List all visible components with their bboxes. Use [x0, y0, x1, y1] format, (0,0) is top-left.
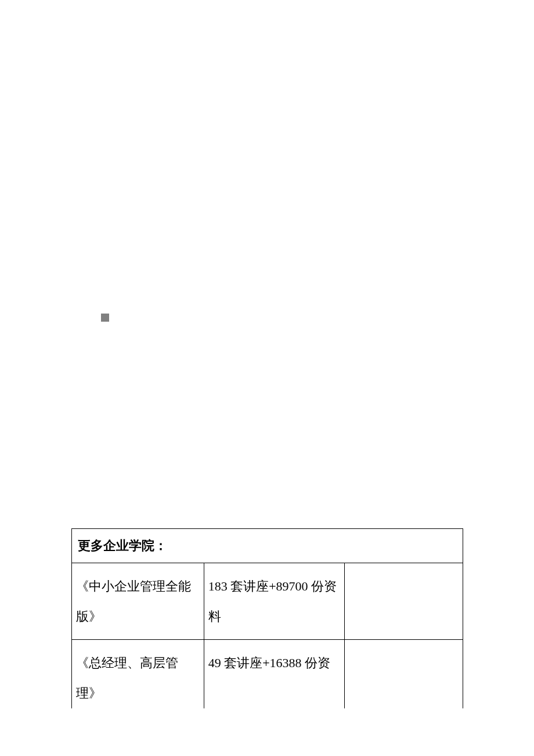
table-cell: 49 套讲座+16388 份资 [204, 640, 345, 708]
course-details: 49 套讲座+16388 份资 [204, 640, 345, 678]
table-cell [345, 640, 463, 708]
course-extra [345, 563, 463, 579]
courses-table: 更多企业学院： 《中小企业管理全能版》 183 套讲座+89700 份资料 《总… [71, 528, 463, 708]
courses-table-container: 更多企业学院： 《中小企业管理全能版》 183 套讲座+89700 份资料 《总… [71, 528, 463, 708]
table-cell: 《总经理、高层管理》 [72, 640, 204, 708]
course-name: 《总经理、高层管理》 [72, 640, 204, 708]
table-row: 《中小企业管理全能版》 183 套讲座+89700 份资料 [72, 563, 463, 640]
course-name: 《中小企业管理全能版》 [72, 563, 204, 639]
table-header-text: 更多企业学院： [78, 538, 167, 553]
course-details: 183 套讲座+89700 份资料 [204, 563, 345, 639]
table-cell [345, 563, 463, 640]
course-extra [345, 640, 463, 648]
table-header-cell: 更多企业学院： [72, 529, 463, 563]
square-marker [101, 314, 109, 322]
table-cell: 183 套讲座+89700 份资料 [204, 563, 345, 640]
table-row: 《总经理、高层管理》 49 套讲座+16388 份资 [72, 640, 463, 708]
table-cell: 《中小企业管理全能版》 [72, 563, 204, 640]
table-header-row: 更多企业学院： [72, 529, 463, 563]
